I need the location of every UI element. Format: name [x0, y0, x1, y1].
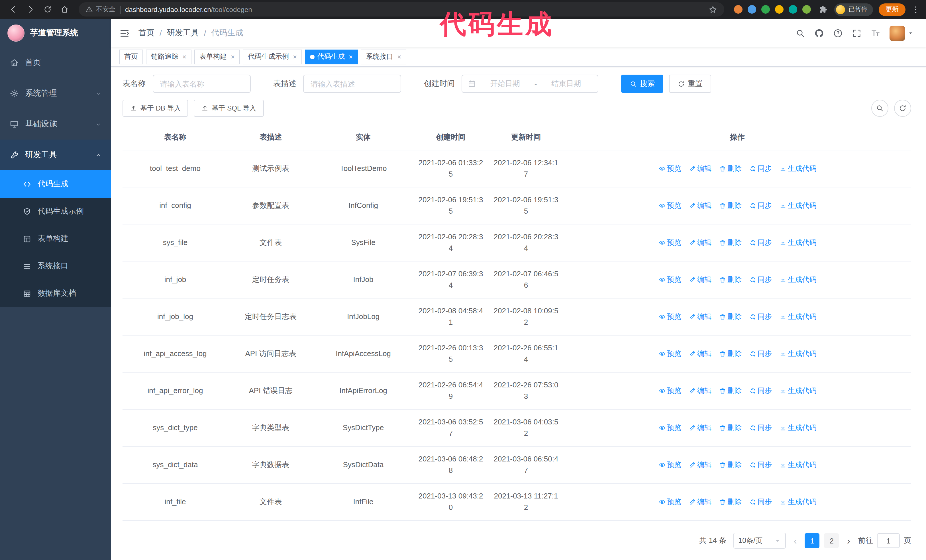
next-page-button[interactable]: ›: [846, 536, 851, 545]
browser-forward-button[interactable]: [23, 2, 38, 17]
browser-update-button[interactable]: 更新: [879, 3, 905, 16]
tab-close-icon[interactable]: ×: [293, 53, 297, 60]
tab-close-icon[interactable]: ×: [397, 53, 401, 60]
sidebar-subitem-codegen-example[interactable]: 代码生成示例: [0, 198, 111, 225]
action-edit[interactable]: 编辑: [688, 459, 711, 471]
tab-item[interactable]: 代码生成示例×: [243, 49, 302, 64]
search-button[interactable]: 搜索: [621, 75, 663, 93]
breadcrumb-home[interactable]: 首页: [138, 28, 154, 38]
refresh-table-button[interactable]: [894, 100, 911, 117]
extension-icon[interactable]: [802, 5, 811, 14]
action-delete[interactable]: 删除: [719, 496, 741, 507]
action-sync[interactable]: 同步: [749, 496, 772, 507]
address-bar[interactable]: 不安全 dashboard.yudao.iocoder.cn/tool/code…: [79, 2, 724, 17]
action-generate-code[interactable]: 生成代码: [779, 459, 816, 471]
tab-close-icon[interactable]: ×: [182, 53, 186, 60]
action-generate-code[interactable]: 生成代码: [779, 348, 816, 359]
action-preview[interactable]: 预览: [658, 200, 681, 211]
action-delete[interactable]: 删除: [719, 311, 741, 323]
table-desc-input[interactable]: [303, 75, 401, 93]
profile-paused-chip[interactable]: 已暂停: [834, 3, 873, 16]
extension-icon[interactable]: [734, 5, 743, 14]
extension-icon[interactable]: [747, 5, 756, 14]
action-preview[interactable]: 预览: [658, 496, 681, 507]
action-sync[interactable]: 同步: [749, 200, 772, 211]
sidebar-item-home[interactable]: 首页: [0, 47, 111, 78]
action-preview[interactable]: 预览: [658, 385, 681, 397]
sidebar-item-infra[interactable]: 基础设施: [0, 109, 111, 140]
action-preview[interactable]: 预览: [658, 274, 681, 285]
security-indicator[interactable]: 不安全: [85, 5, 115, 14]
browser-back-button[interactable]: [6, 2, 21, 17]
page-number-2[interactable]: 2: [824, 533, 839, 548]
action-delete[interactable]: 删除: [719, 163, 741, 174]
tab-item[interactable]: 首页: [119, 49, 143, 64]
action-edit[interactable]: 编辑: [688, 200, 711, 211]
action-edit[interactable]: 编辑: [688, 385, 711, 397]
action-generate-code[interactable]: 生成代码: [779, 274, 816, 285]
action-generate-code[interactable]: 生成代码: [779, 422, 816, 433]
action-generate-code[interactable]: 生成代码: [779, 200, 816, 211]
page-number-1[interactable]: 1: [805, 533, 820, 548]
action-preview[interactable]: 预览: [658, 311, 681, 323]
action-sync[interactable]: 同步: [749, 163, 772, 174]
action-generate-code[interactable]: 生成代码: [779, 311, 816, 323]
search-icon[interactable]: [796, 28, 805, 38]
tab-close-icon[interactable]: ×: [349, 53, 353, 60]
help-icon[interactable]: [833, 28, 843, 38]
action-delete[interactable]: 删除: [719, 385, 741, 397]
import-sql-button[interactable]: 基于 SQL 导入: [194, 100, 263, 117]
prev-page-button[interactable]: ‹: [792, 536, 798, 545]
sidebar-subitem-system-api[interactable]: 系统接口: [0, 252, 111, 280]
extension-icon[interactable]: [761, 5, 770, 14]
action-edit[interactable]: 编辑: [688, 311, 711, 323]
sidebar-subitem-db-doc[interactable]: 数据库文档: [0, 280, 111, 307]
reset-button[interactable]: 重置: [669, 75, 711, 93]
action-sync[interactable]: 同步: [749, 348, 772, 359]
action-generate-code[interactable]: 生成代码: [779, 237, 816, 248]
extensions-puzzle-icon[interactable]: [818, 5, 828, 14]
browser-reload-button[interactable]: [40, 2, 55, 17]
tab-item[interactable]: 系统接口×: [361, 49, 406, 64]
toggle-search-button[interactable]: [871, 100, 888, 117]
action-preview[interactable]: 预览: [658, 163, 681, 174]
action-edit[interactable]: 编辑: [688, 274, 711, 285]
action-delete[interactable]: 删除: [719, 200, 741, 211]
action-edit[interactable]: 编辑: [688, 237, 711, 248]
action-generate-code[interactable]: 生成代码: [779, 385, 816, 397]
fullscreen-icon[interactable]: [852, 28, 862, 38]
page-size-select[interactable]: 10条/页: [733, 533, 785, 549]
user-menu[interactable]: [890, 25, 914, 41]
breadcrumb-dev-tools[interactable]: 研发工具: [167, 28, 199, 38]
import-db-button[interactable]: 基于 DB 导入: [123, 100, 188, 117]
action-delete[interactable]: 删除: [719, 237, 741, 248]
date-range-picker[interactable]: 开始日期 - 结束日期: [461, 75, 598, 93]
action-preview[interactable]: 预览: [658, 422, 681, 433]
browser-home-button[interactable]: [57, 2, 72, 17]
bookmark-star-icon[interactable]: [708, 5, 717, 14]
action-edit[interactable]: 编辑: [688, 496, 711, 507]
sidebar-subitem-form-builder[interactable]: 表单构建: [0, 225, 111, 252]
action-edit[interactable]: 编辑: [688, 348, 711, 359]
action-delete[interactable]: 删除: [719, 348, 741, 359]
sidebar-item-dev-tools[interactable]: 研发工具: [0, 140, 111, 171]
tab-item[interactable]: 代码生成×: [305, 49, 358, 64]
hamburger-icon[interactable]: [119, 28, 130, 38]
sidebar-subitem-codegen[interactable]: 代码生成: [0, 171, 111, 198]
action-delete[interactable]: 删除: [719, 422, 741, 433]
tab-close-icon[interactable]: ×: [231, 53, 235, 60]
action-sync[interactable]: 同步: [749, 237, 772, 248]
tab-item[interactable]: 表单构建×: [194, 49, 240, 64]
github-icon[interactable]: [814, 28, 824, 38]
action-preview[interactable]: 预览: [658, 237, 681, 248]
action-generate-code[interactable]: 生成代码: [779, 496, 816, 507]
action-sync[interactable]: 同步: [749, 274, 772, 285]
action-delete[interactable]: 删除: [719, 459, 741, 471]
action-sync[interactable]: 同步: [749, 385, 772, 397]
action-edit[interactable]: 编辑: [688, 163, 711, 174]
browser-menu-icon[interactable]: [911, 5, 920, 14]
tab-item[interactable]: 链路追踪×: [146, 49, 191, 64]
action-sync[interactable]: 同步: [749, 459, 772, 471]
action-preview[interactable]: 预览: [658, 348, 681, 359]
action-delete[interactable]: 删除: [719, 274, 741, 285]
